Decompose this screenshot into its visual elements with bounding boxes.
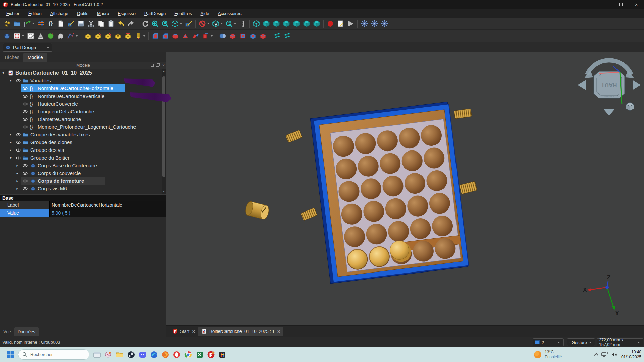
undo-icon[interactable]: [117, 19, 125, 28]
select-cube-dropdown[interactable]: [220, 23, 223, 24]
expander-icon[interactable]: ▸: [9, 140, 13, 144]
property-value[interactable]: NomnbreDeCartoucheHorizontale: [50, 201, 166, 209]
pocket-icon[interactable]: [104, 32, 112, 40]
property-value[interactable]: 5,00 ( 5 ): [50, 209, 166, 217]
cut-icon[interactable]: [87, 19, 95, 28]
scroll-down-icon[interactable]: ▼: [162, 189, 166, 194]
measure-icon[interactable]: [238, 19, 247, 28]
sync-view-dropdown[interactable]: [234, 23, 236, 24]
property-row-value[interactable]: Value 5,00 ( 5 ): [0, 209, 166, 217]
eye-icon[interactable]: [16, 156, 21, 160]
tree-row-body-active[interactable]: ▸ Corps de fermeture: [0, 177, 161, 185]
expander-icon[interactable]: ▸: [15, 187, 19, 190]
folder-icon[interactable]: [114, 349, 125, 360]
select-cube-icon[interactable]: [211, 19, 220, 28]
revolution-icon[interactable]: [94, 32, 102, 40]
network-icon[interactable]: [601, 352, 608, 358]
pad-icon[interactable]: [84, 32, 92, 40]
shapebinder-icon[interactable]: [36, 32, 45, 40]
eye-icon[interactable]: [16, 140, 21, 145]
menu-affichage[interactable]: Affichage: [46, 10, 73, 17]
boolean-union-icon[interactable]: [249, 32, 257, 40]
tray-chevron-icon[interactable]: [594, 353, 598, 357]
copy-icon[interactable]: [97, 19, 105, 28]
tree-row-group[interactable]: ▸ Groupe des variables fixes: [0, 131, 161, 138]
fillet-icon[interactable]: [151, 32, 160, 40]
menu-macro[interactable]: Macro: [93, 10, 113, 17]
workbench-snowflake-icon[interactable]: [360, 19, 369, 28]
eye-icon[interactable]: [23, 179, 28, 183]
tree-row-group[interactable]: ▸ Groupe des clones: [0, 138, 161, 146]
eye-icon[interactable]: [16, 78, 21, 83]
eye-icon[interactable]: [23, 125, 28, 129]
view-right-icon[interactable]: [282, 19, 291, 28]
navigation-cube[interactable]: HAUT ARRIERE: [578, 60, 641, 116]
groove-icon[interactable]: [124, 32, 132, 40]
expression-icon[interactable]: {}: [46, 19, 55, 28]
dock-panel-icon[interactable]: [156, 63, 159, 68]
eye-icon[interactable]: [23, 117, 28, 122]
expander-icon[interactable]: ▸: [15, 171, 19, 175]
expander-icon[interactable]: ▸: [15, 164, 19, 167]
tree-row-body[interactable]: ▸ Corps du couvercle: [0, 169, 161, 177]
property-row-label[interactable]: Label NomnbreDeCartoucheHorizontale: [0, 201, 166, 209]
edge-browser-icon[interactable]: [148, 349, 160, 360]
tree-row[interactable]: {} Memoire_Profondeur_Logement_Cartouche: [0, 123, 161, 131]
boolean-sphere-icon[interactable]: [218, 32, 227, 40]
expander-icon[interactable]: ▸: [15, 179, 19, 183]
tree-row[interactable]: {} DiametreCartouche: [0, 115, 161, 123]
close-tab-icon[interactable]: ×: [192, 328, 195, 334]
draw-style-dropdown[interactable]: [180, 23, 182, 24]
tree-row-body[interactable]: ▸ Corps Base du Contenaire: [0, 162, 161, 169]
doc-tab-start[interactable]: Start ×: [169, 327, 198, 336]
nav-down-arrow[interactable]: [603, 109, 615, 116]
menu-partdesign[interactable]: PartDesign: [140, 10, 170, 17]
sync-view-icon[interactable]: [225, 19, 233, 28]
redo-icon[interactable]: [127, 19, 136, 28]
3d-scene[interactable]: HAUT ARRIERE X Y Z: [166, 52, 644, 325]
workbench-snowflake-icon[interactable]: [370, 19, 379, 28]
open-document-icon[interactable]: [66, 19, 75, 28]
knurled-screw[interactable]: [301, 208, 317, 221]
tree-row-group[interactable]: ▾ Groupe du Boitier: [0, 154, 161, 162]
view-top-icon[interactable]: [272, 19, 281, 28]
workbench-selector[interactable]: Part Design: [3, 43, 52, 52]
eye-icon[interactable]: [23, 109, 28, 114]
expander-icon[interactable]: ▸: [9, 148, 13, 152]
start-button[interactable]: [5, 349, 16, 360]
eye-icon[interactable]: [16, 132, 21, 137]
chamfer-icon[interactable]: [161, 32, 170, 40]
freecad-app-icon[interactable]: [205, 349, 217, 360]
thickness-icon[interactable]: [181, 32, 190, 40]
tab-modele[interactable]: Modèle: [23, 53, 47, 62]
clipping-icon[interactable]: [198, 19, 207, 28]
tree-row-document[interactable]: ▾ BoitierCartouche_01_10_2025: [0, 69, 161, 77]
migrate-icon[interactable]: [272, 32, 281, 40]
clone-icon[interactable]: [56, 32, 65, 40]
loose-cartridge-cylinder[interactable]: [244, 201, 270, 220]
tree-scrollbar[interactable]: ▲ ▼: [162, 69, 166, 194]
knurled-screw[interactable]: [285, 130, 302, 143]
new-document-icon[interactable]: [56, 19, 65, 28]
eye-icon[interactable]: [16, 148, 21, 153]
create-body-icon[interactable]: [3, 32, 11, 40]
pattern-dropdown[interactable]: [210, 35, 213, 37]
detail-level-combo[interactable]: 2: [533, 338, 564, 346]
macro-record-icon[interactable]: [326, 19, 335, 28]
macro-play-icon[interactable]: [346, 19, 355, 28]
chrome-browser-icon[interactable]: [182, 349, 194, 360]
eye-icon[interactable]: [23, 94, 28, 99]
dimensions-combo[interactable]: 272,00 mm x 157,02 mm: [597, 338, 643, 346]
edit-mode-icon[interactable]: [184, 19, 193, 28]
file-explorer-icon[interactable]: [91, 349, 103, 360]
taskbar-clock[interactable]: 10:40 01/10/2025: [621, 350, 641, 360]
sketch-dropdown[interactable]: [22, 35, 24, 37]
paste-icon[interactable]: [107, 19, 115, 28]
view-bottom-icon[interactable]: [302, 19, 311, 28]
helix-dropdown[interactable]: [143, 35, 146, 37]
menu-edition[interactable]: Édition: [24, 10, 46, 17]
doc-tab-document[interactable]: BoitierCartouche_01_10_2025 : 1 ×: [198, 327, 283, 336]
minimize-button[interactable]: –: [598, 0, 613, 9]
clipping-dropdown[interactable]: [207, 23, 210, 24]
draw-style-icon[interactable]: [171, 19, 179, 28]
